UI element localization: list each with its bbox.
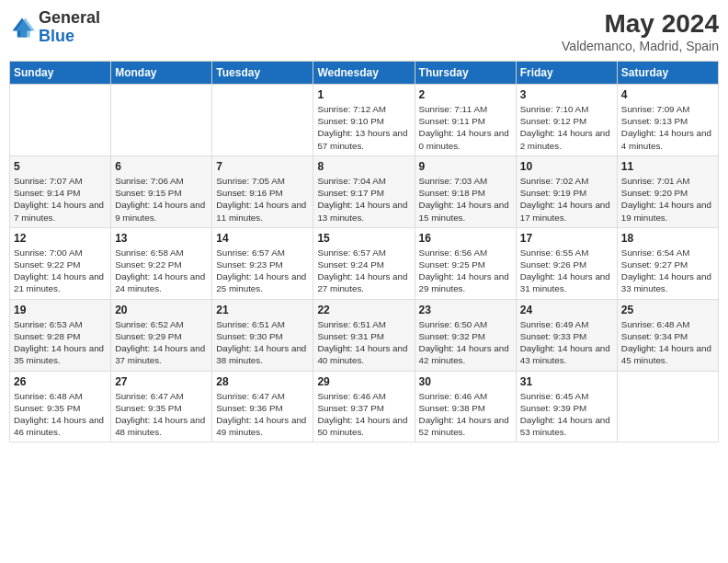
day-info: Sunrise: 7:01 AMSunset: 9:20 PMDaylight:… bbox=[621, 175, 714, 224]
day-cell: 4Sunrise: 7:09 AMSunset: 9:13 PMDaylight… bbox=[617, 85, 718, 156]
day-cell: 17Sunrise: 6:55 AMSunset: 9:26 PMDayligh… bbox=[516, 227, 617, 299]
day-cell: 9Sunrise: 7:03 AMSunset: 9:18 PMDaylight… bbox=[415, 155, 516, 227]
day-cell: 16Sunrise: 6:56 AMSunset: 9:25 PMDayligh… bbox=[415, 227, 516, 299]
day-cell: 1Sunrise: 7:12 AMSunset: 9:10 PMDaylight… bbox=[313, 85, 415, 156]
day-number: 5 bbox=[14, 160, 107, 173]
day-info: Sunrise: 6:55 AMSunset: 9:26 PMDaylight:… bbox=[520, 247, 613, 295]
day-info: Sunrise: 6:47 AMSunset: 9:36 PMDaylight:… bbox=[216, 390, 309, 439]
day-number: 22 bbox=[317, 304, 410, 316]
weekday-header-wednesday: Wednesday bbox=[313, 62, 415, 85]
day-number: 30 bbox=[419, 375, 512, 388]
day-cell: 19Sunrise: 6:53 AMSunset: 9:28 PMDayligh… bbox=[10, 299, 111, 371]
day-cell: 12Sunrise: 7:00 AMSunset: 9:22 PMDayligh… bbox=[10, 227, 111, 299]
weekday-header-thursday: Thursday bbox=[415, 62, 516, 85]
logo-icon bbox=[9, 15, 35, 40]
week-row-5: 26Sunrise: 6:48 AMSunset: 9:35 PMDayligh… bbox=[10, 371, 719, 442]
day-info: Sunrise: 6:48 AMSunset: 9:35 PMDaylight:… bbox=[14, 390, 107, 439]
week-row-4: 19Sunrise: 6:53 AMSunset: 9:28 PMDayligh… bbox=[10, 299, 719, 371]
day-info: Sunrise: 6:46 AMSunset: 9:37 PMDaylight:… bbox=[317, 390, 410, 439]
day-number: 25 bbox=[621, 304, 714, 316]
week-row-3: 12Sunrise: 7:00 AMSunset: 9:22 PMDayligh… bbox=[10, 227, 719, 299]
day-number: 8 bbox=[317, 160, 410, 173]
day-number: 24 bbox=[520, 304, 613, 316]
day-cell: 20Sunrise: 6:52 AMSunset: 9:29 PMDayligh… bbox=[111, 299, 212, 371]
day-cell: 11Sunrise: 7:01 AMSunset: 9:20 PMDayligh… bbox=[617, 155, 718, 227]
day-number: 6 bbox=[115, 160, 208, 173]
day-number: 9 bbox=[419, 160, 512, 173]
day-number: 2 bbox=[419, 88, 512, 101]
day-number: 17 bbox=[520, 232, 613, 245]
weekday-header-sunday: Sunday bbox=[10, 62, 111, 85]
day-cell: 23Sunrise: 6:50 AMSunset: 9:32 PMDayligh… bbox=[415, 299, 516, 371]
day-cell bbox=[10, 85, 111, 156]
day-info: Sunrise: 7:03 AMSunset: 9:18 PMDaylight:… bbox=[419, 175, 512, 224]
day-cell: 5Sunrise: 7:07 AMSunset: 9:14 PMDaylight… bbox=[10, 155, 111, 227]
day-info: Sunrise: 7:10 AMSunset: 9:12 PMDaylight:… bbox=[520, 103, 613, 152]
day-number: 4 bbox=[621, 88, 714, 101]
day-info: Sunrise: 6:52 AMSunset: 9:29 PMDaylight:… bbox=[115, 318, 208, 367]
location-subtitle: Valdemanco, Madrid, Spain bbox=[562, 39, 719, 53]
day-number: 18 bbox=[621, 232, 714, 245]
day-number: 20 bbox=[115, 304, 208, 316]
day-info: Sunrise: 7:04 AMSunset: 9:17 PMDaylight:… bbox=[317, 175, 410, 224]
day-number: 21 bbox=[216, 304, 309, 316]
day-cell: 21Sunrise: 6:51 AMSunset: 9:30 PMDayligh… bbox=[212, 299, 313, 371]
day-info: Sunrise: 6:53 AMSunset: 9:28 PMDaylight:… bbox=[14, 318, 107, 367]
weekday-header-tuesday: Tuesday bbox=[212, 62, 313, 85]
day-cell: 7Sunrise: 7:05 AMSunset: 9:16 PMDaylight… bbox=[212, 155, 313, 227]
day-cell: 2Sunrise: 7:11 AMSunset: 9:11 PMDaylight… bbox=[415, 85, 516, 156]
logo: General Blue bbox=[9, 9, 100, 46]
page-header: General Blue May 2024 Valdemanco, Madrid… bbox=[9, 9, 719, 53]
day-info: Sunrise: 7:00 AMSunset: 9:22 PMDaylight:… bbox=[14, 247, 107, 295]
day-info: Sunrise: 7:12 AMSunset: 9:10 PMDaylight:… bbox=[317, 103, 410, 152]
day-cell: 27Sunrise: 6:47 AMSunset: 9:35 PMDayligh… bbox=[111, 371, 212, 442]
day-info: Sunrise: 6:49 AMSunset: 9:33 PMDaylight:… bbox=[520, 318, 613, 367]
day-number: 14 bbox=[216, 232, 309, 245]
day-number: 16 bbox=[419, 232, 512, 245]
day-info: Sunrise: 6:57 AMSunset: 9:23 PMDaylight:… bbox=[216, 247, 309, 295]
day-cell: 25Sunrise: 6:48 AMSunset: 9:34 PMDayligh… bbox=[617, 299, 718, 371]
day-info: Sunrise: 7:06 AMSunset: 9:15 PMDaylight:… bbox=[115, 175, 208, 224]
day-cell: 29Sunrise: 6:46 AMSunset: 9:37 PMDayligh… bbox=[313, 371, 415, 442]
day-cell bbox=[111, 85, 212, 156]
day-cell: 28Sunrise: 6:47 AMSunset: 9:36 PMDayligh… bbox=[212, 371, 313, 442]
title-block: May 2024 Valdemanco, Madrid, Spain bbox=[562, 9, 719, 53]
day-cell: 26Sunrise: 6:48 AMSunset: 9:35 PMDayligh… bbox=[10, 371, 111, 442]
day-number: 29 bbox=[317, 375, 410, 388]
day-number: 3 bbox=[520, 88, 613, 101]
day-info: Sunrise: 6:51 AMSunset: 9:31 PMDaylight:… bbox=[317, 318, 410, 367]
week-row-1: 1Sunrise: 7:12 AMSunset: 9:10 PMDaylight… bbox=[10, 85, 719, 156]
day-info: Sunrise: 7:02 AMSunset: 9:19 PMDaylight:… bbox=[520, 175, 613, 224]
day-info: Sunrise: 7:11 AMSunset: 9:11 PMDaylight:… bbox=[419, 103, 512, 152]
day-number: 26 bbox=[14, 375, 107, 388]
day-cell: 24Sunrise: 6:49 AMSunset: 9:33 PMDayligh… bbox=[516, 299, 617, 371]
day-info: Sunrise: 6:56 AMSunset: 9:25 PMDaylight:… bbox=[419, 247, 512, 295]
day-number: 7 bbox=[216, 160, 309, 173]
day-cell: 3Sunrise: 7:10 AMSunset: 9:12 PMDaylight… bbox=[516, 85, 617, 156]
day-info: Sunrise: 6:48 AMSunset: 9:34 PMDaylight:… bbox=[621, 318, 714, 367]
month-title: May 2024 bbox=[562, 9, 719, 39]
day-info: Sunrise: 6:58 AMSunset: 9:22 PMDaylight:… bbox=[115, 247, 208, 295]
day-number: 23 bbox=[419, 304, 512, 316]
day-number: 1 bbox=[317, 88, 410, 101]
day-number: 19 bbox=[14, 304, 107, 316]
calendar-table: SundayMondayTuesdayWednesdayThursdayFrid… bbox=[9, 61, 719, 442]
day-cell: 10Sunrise: 7:02 AMSunset: 9:19 PMDayligh… bbox=[516, 155, 617, 227]
day-number: 28 bbox=[216, 375, 309, 388]
day-info: Sunrise: 6:45 AMSunset: 9:39 PMDaylight:… bbox=[520, 390, 613, 439]
logo-text: General Blue bbox=[39, 9, 100, 46]
day-cell bbox=[212, 85, 313, 156]
day-cell: 13Sunrise: 6:58 AMSunset: 9:22 PMDayligh… bbox=[111, 227, 212, 299]
day-info: Sunrise: 6:57 AMSunset: 9:24 PMDaylight:… bbox=[317, 247, 410, 295]
day-info: Sunrise: 7:07 AMSunset: 9:14 PMDaylight:… bbox=[14, 175, 107, 224]
day-info: Sunrise: 6:47 AMSunset: 9:35 PMDaylight:… bbox=[115, 390, 208, 439]
day-number: 12 bbox=[14, 232, 107, 245]
day-number: 13 bbox=[115, 232, 208, 245]
day-info: Sunrise: 6:51 AMSunset: 9:30 PMDaylight:… bbox=[216, 318, 309, 367]
day-info: Sunrise: 6:46 AMSunset: 9:38 PMDaylight:… bbox=[419, 390, 512, 439]
weekday-header-friday: Friday bbox=[516, 62, 617, 85]
weekday-header-saturday: Saturday bbox=[617, 62, 718, 85]
day-cell: 14Sunrise: 6:57 AMSunset: 9:23 PMDayligh… bbox=[212, 227, 313, 299]
weekday-header-row: SundayMondayTuesdayWednesdayThursdayFrid… bbox=[10, 62, 719, 85]
day-info: Sunrise: 6:54 AMSunset: 9:27 PMDaylight:… bbox=[621, 247, 714, 295]
